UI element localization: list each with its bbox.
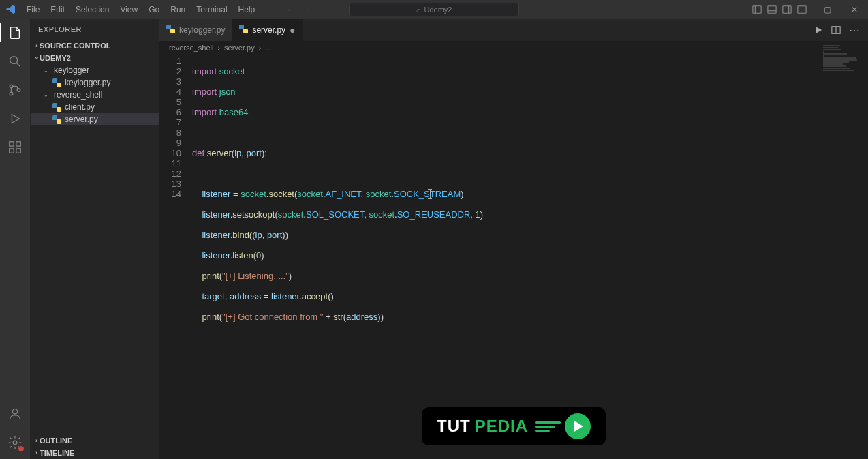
more-editor-actions-icon[interactable]: ⋯ [849,24,860,37]
menu-run[interactable]: Run [166,2,190,17]
code-content[interactable]: import socket import json import base64 … [192,55,868,459]
activity-bar [0,19,30,459]
vscode-logo-icon [0,4,22,15]
file-server-py[interactable]: server.py [31,113,159,125]
menu-view[interactable]: View [115,2,142,17]
folder-keylogger[interactable]: ⌄keylogger [31,64,159,76]
menu-help[interactable]: Help [234,2,260,17]
menu-selection[interactable]: Selection [71,2,114,17]
svg-rect-2 [768,6,776,14]
tree-item-label: reverse_shell [54,90,102,100]
minimize-icon[interactable]: ─ [786,0,813,19]
command-center-title: Udemy2 [424,5,452,14]
tab-server[interactable]: server.py ● [232,19,303,41]
editor-area: keylogger.py server.py ● ⋯ reverse_shell… [159,19,868,459]
window-controls: ─ ▢ ✕ [786,0,868,19]
play-icon [565,413,591,439]
section-project-label: UDEMY2 [40,54,71,62]
section-timeline-label: TIMELINE [40,449,74,457]
chevron-right-icon: › [35,42,37,49]
python-file-icon [239,25,248,35]
section-outline[interactable]: ›OUTLINE [30,434,159,447]
nav-back-icon[interactable]: ← [287,5,295,14]
layout-panel-icon[interactable] [767,5,777,14]
svg-marker-19 [816,27,822,33]
file-keylogger-py[interactable]: keylogger.py [31,76,159,89]
breadcrumb-item[interactable]: server.py [224,44,255,52]
sidebar-header: EXPLORER ⋯ [30,19,159,40]
svg-rect-15 [10,149,14,153]
svg-point-18 [13,441,17,445]
run-file-icon[interactable] [813,25,823,35]
chevron-right-icon: › [217,44,220,52]
main-area: EXPLORER ⋯ ›SOURCE CONTROL ›UDEMY2 ⌄keyl… [0,19,868,459]
section-project[interactable]: ›UDEMY2 [30,52,159,64]
section-source-control-label: SOURCE CONTROL [40,42,111,50]
chevron-right-icon: › [35,449,37,456]
activity-extensions-icon[interactable] [7,139,23,156]
breadcrumbs[interactable]: reverse_shell› server.py› ... [159,41,868,55]
menu-edit[interactable]: Edit [46,2,69,17]
more-actions-icon[interactable]: ⋯ [144,25,152,34]
tree-item-label: keylogger.py [65,78,110,87]
svg-rect-14 [16,142,20,146]
watermark-text1: TUT [437,417,471,436]
activity-settings-icon[interactable] [7,434,23,451]
minimap[interactable] [823,45,864,72]
section-timeline[interactable]: ›TIMELINE [30,447,159,459]
split-editor-icon[interactable] [831,25,841,35]
activity-source-control-icon[interactable] [7,82,23,98]
watermark-logo: TUT PEDIA [422,407,606,445]
activity-account-icon[interactable] [7,406,23,422]
activity-search-icon[interactable] [7,53,23,70]
maximize-icon[interactable]: ▢ [813,0,841,19]
menu-go[interactable]: Go [144,2,164,17]
python-file-icon [52,115,61,124]
nav-forward-icon[interactable]: → [303,5,311,14]
svg-point-7 [10,57,18,64]
close-icon[interactable]: ✕ [841,0,868,19]
activity-run-debug-icon[interactable] [7,110,23,127]
nav-arrows: ← → [287,5,311,14]
titlebar: File Edit Selection View Go Run Terminal… [0,0,868,19]
chevron-right-icon: › [259,44,262,52]
menu-file[interactable]: File [22,2,44,17]
tab-keylogger[interactable]: keylogger.py [159,19,232,41]
command-center-search[interactable]: ⌕ Udemy2 [349,3,519,16]
file-client-py[interactable]: client.py [31,101,159,113]
section-outline-label: OUTLINE [40,436,72,445]
svg-marker-12 [12,115,19,123]
svg-point-17 [12,409,17,414]
breadcrumb-item[interactable]: ... [265,44,271,52]
line-gutter: 1234567891011121314 [159,55,192,459]
code-editor[interactable]: 1234567891011121314 import socket import… [159,55,868,459]
sidebar-explorer: EXPLORER ⋯ ›SOURCE CONTROL ›UDEMY2 ⌄keyl… [30,19,159,459]
menu-terminal[interactable]: Terminal [191,2,232,17]
svg-rect-13 [10,142,14,146]
chevron-down-icon: ⌄ [44,92,50,98]
dirty-indicator-icon: ● [290,25,295,35]
layout-sidebar-left-icon[interactable] [752,5,762,14]
tree-item-label: client.py [65,102,95,112]
watermark-lines-icon [535,421,561,432]
activity-explorer-icon[interactable] [7,25,23,41]
search-icon: ⌕ [416,5,421,14]
breadcrumb-item[interactable]: reverse_shell [169,44,213,52]
svg-point-9 [10,85,13,88]
chevron-down-icon: › [33,57,40,59]
editor-actions: ⋯ [813,19,868,41]
svg-point-10 [10,92,13,95]
tab-label: keylogger.py [179,25,225,35]
watermark-text2: PEDIA [475,417,528,436]
svg-rect-0 [753,6,761,14]
python-file-icon [52,78,61,87]
folder-reverse-shell[interactable]: ⌄reverse_shell [31,89,159,101]
line-cursor-icon [193,189,193,199]
settings-badge-icon [18,445,25,452]
chevron-right-icon: › [35,437,37,444]
python-file-icon [52,102,61,112]
sidebar-title: EXPLORER [38,25,82,33]
tree-item-label: server.py [65,115,98,124]
section-source-control[interactable]: ›SOURCE CONTROL [30,40,159,52]
file-tree: ⌄keylogger keylogger.py ⌄reverse_shell c… [30,64,159,125]
